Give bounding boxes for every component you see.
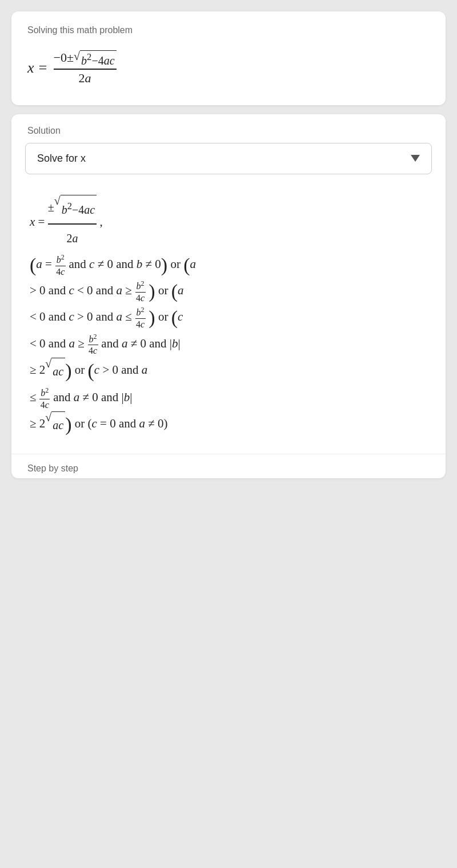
step-by-step-label[interactable]: Step by step [11, 454, 446, 478]
problem-label: Solving this math problem [27, 25, 430, 35]
solve-for-text: Solve for x [37, 153, 86, 165]
solution-math-content: x = ±√b2−4ac 2a , (a = b2 4c and c ≠ 0 a… [11, 186, 446, 454]
frac-num-5: b2 [39, 387, 50, 399]
formula-fraction: −0±√b2−4ac 2a [54, 50, 117, 86]
solution-line-7: ≤ b2 4c and a ≠ 0 and |b| [27, 384, 430, 410]
sqrt-b2-4ac: √b2−4ac [74, 50, 116, 67]
formula-display: x = −0±√b2−4ac 2a [27, 45, 430, 91]
solution-card: Solution Solve for x x = ±√b2−4ac 2a , (… [11, 114, 446, 479]
sqrt-ac-2: √ac [45, 411, 65, 438]
b2-4c-fraction-1: b2 4c [55, 254, 66, 277]
sqrt-ac-content-2: ac [51, 411, 65, 438]
b2-4c-fraction-2: b2 4c [135, 280, 146, 303]
open-paren-2: ( [183, 254, 190, 275]
formula-numerator: −0±√b2−4ac [54, 50, 117, 70]
frac-den-3: 4c [135, 319, 146, 330]
close-paren-5: ) [65, 414, 71, 435]
solution-line-1: x = ±√b2−4ac 2a , [27, 195, 430, 251]
close-paren-3: ) [149, 307, 155, 329]
sqrt-content: b2−4ac [80, 50, 117, 67]
open-paren-5: ( [87, 360, 94, 381]
solution-label: Solution [11, 114, 446, 143]
solution-numerator: ±√b2−4ac [48, 195, 97, 225]
close-paren-2: ) [149, 281, 155, 302]
sqrt-symbol-4: √ [45, 411, 51, 423]
frac-den-2: 4c [135, 293, 146, 303]
solution-line-4: < 0 and c > 0 and a ≤ b2 4c ) or (c [27, 303, 430, 330]
close-paren-4: ) [65, 360, 71, 381]
solution-line-3: > 0 and c < 0 and a ≥ b2 4c ) or (a [27, 277, 430, 303]
solution-line-2: (a = b2 4c and c ≠ 0 and b ≠ 0) or (a [27, 251, 430, 277]
frac-den-1: 4c [55, 266, 66, 277]
open-paren-4: ( [171, 307, 178, 329]
sqrt-ac-content-1: ac [51, 358, 65, 384]
sqrt-symbol-2: √ [54, 195, 61, 206]
close-paren-1: ) [161, 254, 167, 275]
b2-4c-fraction-5: b2 4c [39, 387, 50, 410]
sqrt-symbol: √ [74, 50, 80, 62]
solve-for-dropdown[interactable]: Solve for x [25, 143, 432, 174]
open-paren-3: ( [171, 281, 178, 302]
solution-sqrt-content: b2−4ac [61, 195, 97, 222]
frac-den-4: 4c [87, 345, 98, 356]
solution-line-5: < 0 and a ≥ b2 4c and a ≠ 0 and |b| [27, 330, 430, 357]
open-paren-1: ( [30, 254, 36, 275]
frac-num-3: b2 [135, 306, 146, 319]
b2-4c-fraction-4: b2 4c [87, 333, 98, 357]
solution-line-8: ≥ 2√ac) or (c = 0 and a ≠ 0) [27, 410, 430, 438]
sqrt-symbol-3: √ [45, 358, 51, 369]
solution-sqrt: √b2−4ac [54, 195, 97, 222]
b2-4c-fraction-3: b2 4c [135, 306, 146, 330]
formula-lhs: x = [27, 59, 48, 77]
frac-num-1: b2 [55, 254, 66, 266]
problem-card: Solving this math problem x = −0±√b2−4ac… [11, 11, 446, 105]
solution-fraction: ±√b2−4ac 2a [48, 195, 97, 251]
frac-num-2: b2 [135, 280, 146, 293]
solution-line-6: ≥ 2√ac) or (c > 0 and a [27, 357, 430, 384]
formula-denominator: 2a [79, 70, 91, 86]
chevron-down-icon [411, 155, 420, 162]
solution-denominator: 2a [66, 225, 78, 251]
sqrt-ac-1: √ac [45, 358, 65, 384]
frac-num-4: b2 [88, 333, 98, 346]
frac-den-5: 4c [39, 399, 50, 410]
